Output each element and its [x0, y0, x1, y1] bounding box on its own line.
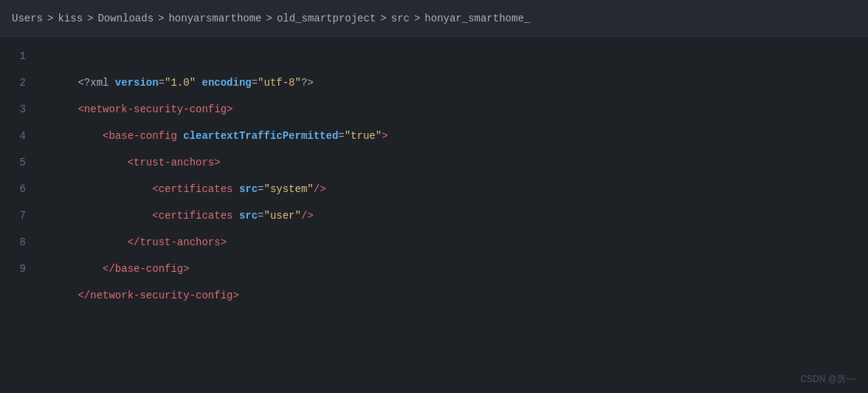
xml-attr-cleartext-val: "true" — [345, 130, 382, 142]
breadcrumb-sep-1: > — [47, 13, 53, 24]
xml-attr-src2: src — [239, 210, 258, 222]
xml-eq-3: = — [338, 130, 344, 142]
code-editor: 1 <?xml version="1.0" encoding="utf-8"?>… — [0, 37, 868, 393]
xml-tag-certs2-close: /> — [301, 210, 314, 222]
breadcrumb-old-smartproject: old_smartproject — [277, 13, 376, 24]
line-number-8: 8 — [0, 229, 41, 256]
xml-tag-baseconfig-gt: > — [382, 130, 388, 142]
line-number-3: 3 — [0, 96, 41, 123]
line-number-5: 5 — [0, 149, 41, 176]
code-line-7: 7 </trust-anchors> — [0, 202, 868, 229]
xml-eq-6: = — [258, 210, 264, 222]
line-number-1: 1 — [0, 43, 41, 69]
code-line-9: 9 </network-security-config> — [0, 256, 868, 282]
breadcrumb-downloads: Downloads — [97, 13, 154, 24]
code-line-6: 6 <certificates src="user"/> — [0, 176, 868, 202]
breadcrumb: Users > kiss > Downloads > honyarsmartho… — [0, 0, 868, 37]
breadcrumb-users: Users — [12, 13, 43, 24]
watermark: CSDN @厉~~ — [800, 373, 856, 386]
xml-space-6 — [232, 210, 238, 222]
code-line-5: 5 <certificates src="system"/> — [0, 149, 868, 176]
breadcrumb-kiss: kiss — [58, 13, 83, 24]
line-number-9: 9 — [0, 256, 41, 282]
xml-tag-network-close: </network-security-config> — [78, 290, 238, 301]
line-number-2: 2 — [0, 69, 41, 96]
code-line-4: 4 <trust-anchors> — [0, 123, 868, 149]
line-number-4: 4 — [0, 123, 41, 149]
xml-attr-src2-val: "user" — [264, 210, 301, 222]
line-number-7: 7 — [0, 202, 41, 229]
breadcrumb-sep-3: > — [158, 13, 164, 24]
code-line-1: 1 <?xml version="1.0" encoding="utf-8"?> — [0, 43, 868, 69]
breadcrumb-honyarsmarthome: honyarsmarthome — [168, 13, 261, 24]
xml-pi-eq2: = — [252, 77, 258, 89]
xml-pi-encoding-val: "utf-8" — [258, 77, 301, 89]
code-line-8: 8 </base-config> — [0, 229, 868, 256]
xml-pi-close: ?> — [301, 77, 314, 89]
code-line-2: 2 <network-security-config> — [0, 69, 868, 96]
line-number-6: 6 — [0, 176, 41, 202]
breadcrumb-sep-5: > — [380, 13, 386, 24]
breadcrumb-src: src — [391, 13, 410, 24]
xml-tag-certs1-close: /> — [314, 183, 326, 195]
line-content-9: </network-security-config> — [41, 256, 239, 335]
breadcrumb-sep-6: > — [414, 13, 420, 24]
breadcrumb-honyar-smarthome: honyar_smarthome_ — [424, 13, 530, 24]
code-line-3: 3 <base-config cleartextTrafficPermitted… — [0, 96, 868, 123]
breadcrumb-sep-4: > — [266, 13, 272, 24]
breadcrumb-sep-2: > — [87, 13, 93, 24]
